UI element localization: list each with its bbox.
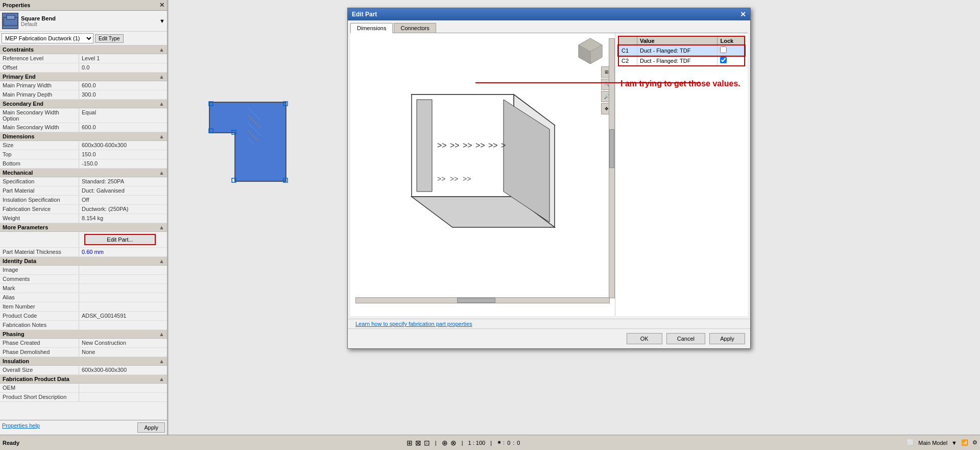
collapse-icon: ▲	[159, 74, 164, 80]
dialog-apply-button[interactable]: Apply	[709, 333, 745, 344]
prop-mark: Mark	[0, 284, 167, 293]
toolbar-icon-5[interactable]: ⊗	[450, 439, 457, 447]
properties-help-link[interactable]: Properties help	[2, 422, 137, 433]
toolbar-icon-4[interactable]: ⊕	[442, 439, 448, 447]
properties-header: Square Bend Default ▼	[0, 11, 167, 32]
prop-offset: Offset 0.0	[0, 63, 167, 73]
prop-comments: Comments	[0, 275, 167, 284]
prop-phase-demolished: Phase Demolished None	[0, 348, 167, 357]
learn-link[interactable]: Learn how to specify fabrication part pr…	[353, 321, 475, 327]
model-dropdown-icon[interactable]: ▼	[951, 440, 957, 446]
dialog-titlebar: Edit Part ✕	[348, 8, 750, 20]
dropdown-arrow-icon: ▼	[159, 18, 165, 24]
separator-1: |	[435, 440, 437, 446]
dialog-tabs: Dimensions Connectors	[348, 20, 750, 33]
prop-item-number: Item Number	[0, 302, 167, 312]
edit-type-button[interactable]: Edit Type	[95, 34, 124, 43]
model-view-area: ⊞ 🔍 🔎 ✥	[350, 33, 615, 316]
conn-value-c1[interactable]: Duct - Flanged: TDF	[637, 45, 718, 56]
prop-alias: Alias	[0, 293, 167, 302]
dialog-ok-button[interactable]: OK	[627, 333, 662, 344]
element-selector[interactable]: MEP Fabrication Ductwork (1)	[2, 33, 93, 43]
coord-y: :	[513, 440, 514, 446]
network-icon: 📶	[961, 439, 968, 446]
conn-id-c1: C1	[618, 45, 637, 56]
prop-main-primary-depth: Main Primary Depth 300.0	[0, 90, 167, 100]
collapse-icon: ▲	[159, 224, 164, 230]
prop-phase-created: Phase Created New Construction	[0, 339, 167, 348]
conn-col-value: Value	[637, 36, 718, 45]
properties-titlebar: Properties ✕	[0, 0, 167, 11]
edit-part-button[interactable]: Edit Part...	[84, 234, 156, 245]
dialog-cancel-button[interactable]: Cancel	[666, 333, 705, 344]
dialog-title: Edit Part	[352, 11, 377, 18]
svg-text:>>: >>	[437, 141, 447, 150]
toolbar-icon-1[interactable]: ⊞	[407, 439, 413, 447]
prop-specification: Specification Standard: 250PA	[0, 177, 167, 186]
vertical-scrollbar[interactable]	[609, 38, 615, 298]
prop-oem: OEM	[0, 384, 167, 393]
svg-text:>>: >>	[450, 175, 458, 183]
section-insulation[interactable]: Insulation ▲	[0, 357, 167, 366]
prop-product-short-desc: Product Short Description	[0, 393, 167, 402]
collapse-icon: ▲	[159, 358, 164, 364]
prop-secondary-width-option: Main Secondary Width Option Equal	[0, 108, 167, 123]
properties-title: Properties	[3, 2, 30, 8]
section-phasing[interactable]: Phasing ▲	[0, 330, 167, 339]
part-info: Square Bend Default	[21, 15, 152, 27]
section-more-parameters[interactable]: More Parameters ▲	[0, 223, 167, 232]
prop-product-code: Product Code ADSK_G0014591	[0, 312, 167, 321]
conn-id-c2: C2	[618, 56, 637, 66]
collapse-icon: ▲	[159, 376, 164, 382]
scrollbar-h-thumb[interactable]	[457, 298, 495, 303]
tab-connectors[interactable]: Connectors	[394, 23, 436, 33]
horizontal-scrollbar[interactable]	[355, 297, 610, 303]
properties-close-button[interactable]: ✕	[159, 2, 164, 9]
section-constraints[interactable]: Constraints ▲	[0, 45, 167, 54]
status-ready-label: Ready	[3, 440, 19, 446]
svg-text:>>: >>	[488, 141, 498, 150]
conn-value-c2[interactable]: Duct - Flanged: TDF	[637, 56, 718, 66]
properties-panel: Properties ✕ Square Bend Default ▼ MEP F…	[0, 0, 168, 435]
section-identity-data[interactable]: Identity Data ▲	[0, 257, 167, 266]
prop-weight: Weight 8.154 kg	[0, 214, 167, 223]
collapse-icon: ▲	[159, 258, 164, 264]
toolbar-icon-2[interactable]: ⊠	[415, 439, 421, 447]
collapse-icon: ▲	[159, 101, 164, 107]
section-primary-end[interactable]: Primary End ▲	[0, 73, 167, 81]
svg-text:>>: >>	[450, 141, 460, 150]
prop-bottom: Bottom -150.0	[0, 159, 167, 169]
edit-part-dialog: Edit Part ✕ Dimensions Connectors	[347, 8, 751, 349]
conn-lock-c1[interactable]	[718, 45, 745, 56]
prop-material-thickness: Part Material Thickness 0.60 mm	[0, 248, 167, 257]
prop-edit-part-row: Edit Part...	[0, 232, 167, 248]
settings-icon[interactable]: ⚙	[972, 439, 977, 446]
separator-3: |	[490, 440, 492, 446]
dialog-close-button[interactable]: ✕	[740, 10, 746, 18]
svg-marker-2	[209, 102, 286, 181]
properties-apply-button[interactable]: Apply	[137, 422, 165, 433]
svg-text:>>: >>	[437, 175, 445, 183]
collapse-icon: ▲	[159, 133, 164, 139]
status-bar: Ready ⊞ ⊠ ⊡ | ⊕ ⊗ | 1 : 100 | ✷ : 0 : 0 …	[0, 435, 980, 450]
status-center: ⊞ ⊠ ⊡ | ⊕ ⊗ | 1 : 100 | ✷ : 0 : 0	[25, 439, 902, 447]
floor-plan-icon: ⬜	[907, 439, 914, 446]
conn-checkbox-c2[interactable]	[720, 57, 727, 63]
connectors-table: Value Lock C1 Duct - Flanged: TDF C2 Duc…	[618, 36, 745, 66]
prop-image: Image	[0, 266, 167, 275]
section-secondary-end[interactable]: Secondary End ▲	[0, 100, 167, 108]
prop-size: Size 600x300-600x300	[0, 141, 167, 150]
section-fabrication-product[interactable]: Fabrication Product Data ▲	[0, 375, 167, 384]
toolbar-icon-3[interactable]: ⊡	[424, 439, 430, 447]
part-name: Square Bend	[21, 15, 152, 21]
tab-dimensions[interactable]: Dimensions	[350, 23, 393, 33]
section-dimensions[interactable]: Dimensions ▲	[0, 132, 167, 141]
coord-y-value: 0	[517, 440, 520, 446]
part-description: Default	[21, 21, 152, 27]
conn-lock-c2[interactable]	[718, 56, 745, 66]
scrollbar-v-thumb[interactable]	[609, 129, 614, 168]
collapse-icon: ▲	[159, 331, 164, 337]
section-mechanical[interactable]: Mechanical ▲	[0, 169, 167, 177]
conn-checkbox-c1[interactable]	[720, 46, 727, 53]
properties-content: Constraints ▲ Reference Level Level 1 Of…	[0, 45, 167, 420]
